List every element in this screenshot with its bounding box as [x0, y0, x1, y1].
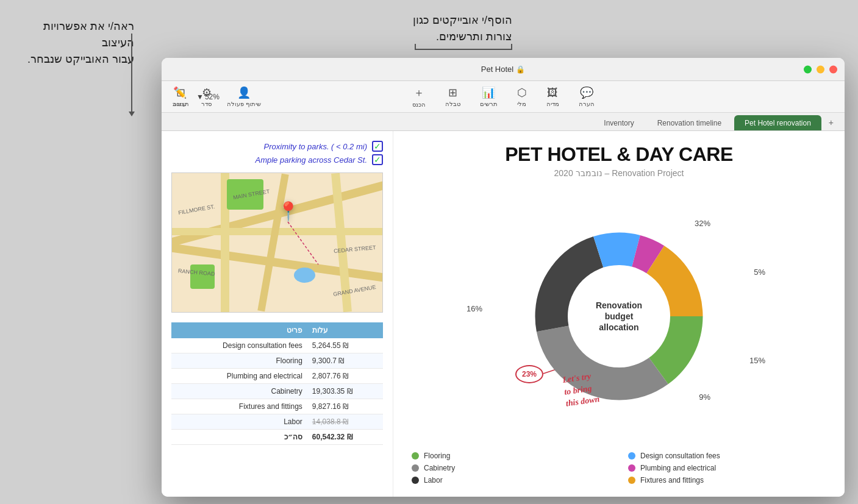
table-cell-value: ₪ 9,300.7: [307, 353, 383, 369]
checklist-item-1: Ample parking across Cedar St. ✓: [171, 154, 383, 165]
table-cell-item: Labor: [171, 414, 307, 430]
chart-icon: 📊: [482, 86, 495, 99]
table-total-label: סה״כ: [171, 430, 307, 445]
legend-item: Cabinetry: [412, 464, 610, 472]
media-icon: 🖼: [547, 87, 558, 99]
checkbox-0[interactable]: ✓: [372, 141, 383, 152]
toolbar-btn-insert[interactable]: ＋ הכנס: [407, 83, 431, 110]
table-row: Fixtures and fittings₪ 9,827.16: [171, 399, 383, 414]
shape-icon: ⬡: [517, 86, 527, 99]
legend-dot: [628, 452, 635, 460]
legend-item: Plumbing and electrical: [628, 464, 826, 472]
tl-green[interactable]: [804, 65, 812, 73]
table-cell-item: Cabinetry: [171, 384, 307, 399]
legend-item: Labor: [412, 476, 610, 484]
legend: FlooringDesign consultation feesCabinetr…: [412, 452, 826, 484]
annotation-left-arrow: [129, 112, 135, 116]
annotation-left: ראה/י את אפשרויות העיצוב עבור האובייקט ש…: [12, 18, 134, 68]
chart-subtitle: Renovation Project – נובמבר 2020: [412, 168, 826, 178]
annotation-left-line: [131, 34, 132, 113]
tab-inventory[interactable]: Inventory: [593, 115, 644, 130]
tab-add-button[interactable]: +: [824, 115, 838, 130]
table-row: Labor₪ 14,038.8: [171, 414, 383, 430]
checklist-item-0: Proximity to parks. ( < 0.2 mi) ✓: [171, 141, 383, 152]
pct-15: 15%: [749, 356, 765, 365]
table-cell-item: Plumbing and electrical: [171, 369, 307, 384]
chart-title: PET HOTEL & DAY CARE: [412, 143, 826, 166]
donut-center-label: Renovation budgetallocation: [582, 299, 656, 333]
tabsbar: Inventory Renovation timeline Pet Hotel …: [162, 113, 845, 131]
table-row: Design consultation fees₪ 5,264.55: [171, 338, 383, 353]
map-dashed-line: [172, 173, 382, 312]
table-cell-value: ₪ 19,303.35: [307, 384, 383, 399]
toolbar: ✏️ עיצוב ⚙ סדר ＋ הכנס ⊞ טבלה 📊 תרשים ⬡: [162, 81, 845, 113]
tl-yellow[interactable]: [817, 65, 824, 73]
map-pin: 📍: [277, 201, 299, 222]
collab-icon: 👤: [237, 86, 251, 99]
hw-annotation: Let's tryto bringthis down: [562, 369, 600, 410]
legend-item: Design consultation fees: [628, 452, 826, 460]
titlebar: Pet Hotel 🔒: [162, 58, 845, 81]
pct-5: 5%: [754, 268, 765, 277]
toolbar-center: ＋ הכנס ⊞ טבלה 📊 תרשים ⬡ מלי 🖼 מדיה 💬 הע: [407, 83, 599, 110]
toolbar-btn-shape[interactable]: ⬡ מלי: [512, 83, 532, 110]
table-row: Cabinetry₪ 19,303.35: [171, 384, 383, 399]
svg-line-0: [288, 222, 318, 264]
table-cell-item: Fixtures and fittings: [171, 399, 307, 414]
toolbar-btn-media[interactable]: 🖼 מדיה: [542, 84, 564, 110]
right-panel: PET HOTEL & DAY CARE Renovation Project …: [393, 131, 845, 497]
window-title: Pet Hotel 🔒: [481, 65, 525, 74]
toolbar-btn-table[interactable]: ⊞ טבלה: [440, 83, 465, 110]
legend-dot: [412, 452, 419, 460]
table-header-item: פריט: [171, 322, 307, 338]
legend-label: Labor: [424, 476, 443, 484]
tab-pet-hotel[interactable]: Pet Hotel renovation: [734, 115, 821, 130]
table-header-value: עלות: [307, 322, 383, 338]
toolbar-btn-collab[interactable]: 👤 שיתוף פעולה: [222, 83, 266, 110]
map-area: FILLMORE ST. MAIN STREET CEDAR STREET RA…: [171, 172, 383, 313]
comment-icon: 💬: [580, 86, 593, 99]
order-icon: ⚙: [202, 86, 212, 99]
app-window: Pet Hotel 🔒 ✏️ עיצוב ⚙ סדר ＋ הכנס: [162, 58, 845, 497]
annotation-top: הוסף/י אובייקטים כגון צורות ותרשימים.: [354, 12, 512, 45]
insert-icon: ＋: [413, 85, 424, 100]
toolbar-btn-chart[interactable]: 📊 תרשים: [475, 83, 502, 110]
legend-label: Plumbing and electrical: [640, 464, 716, 472]
toolbar-right: ✏️ עיצוב ⚙ סדר: [168, 83, 216, 110]
table-cell-value: ₪ 14,038.8: [307, 414, 383, 430]
toolbar-btn-format[interactable]: ✏️ עיצוב: [168, 83, 191, 110]
table-total-value: ₪ 60,542.32: [307, 430, 383, 445]
table-cell-item: Flooring: [171, 353, 307, 369]
legend-dot: [412, 464, 419, 472]
legend-dot: [628, 464, 635, 472]
toolbar-btn-comment[interactable]: 💬 הערה: [574, 83, 599, 110]
checkbox-1[interactable]: ✓: [372, 154, 383, 165]
tab-renovation-timeline[interactable]: Renovation timeline: [647, 115, 732, 130]
legend-label: Fixtures and fittings: [640, 476, 704, 484]
toolbar-btn-order[interactable]: ⚙ סדר: [196, 83, 216, 110]
donut-section: 32% 5% 15% 9% 16% 23%: [412, 190, 826, 442]
left-panel: Proximity to parks. ( < 0.2 mi) ✓ Ample …: [162, 131, 393, 497]
table-row: Flooring₪ 9,300.7: [171, 353, 383, 369]
legend-label: Cabinetry: [424, 464, 455, 472]
format-icon: ✏️: [173, 86, 187, 99]
lock-icon: 🔒: [516, 65, 525, 74]
legend-dot: [412, 477, 419, 484]
table-row: Plumbing and electrical₪ 2,807.76: [171, 369, 383, 384]
pct-16: 16%: [467, 304, 482, 313]
legend-dot: [628, 477, 635, 484]
tl-red[interactable]: [829, 65, 837, 73]
donut-wrapper: 32% 5% 15% 9% 16% 23%: [467, 219, 771, 414]
legend-item: Flooring: [412, 452, 610, 460]
data-table: פריט עלות Design consultation fees₪ 5,26…: [171, 322, 383, 445]
checklist: Proximity to parks. ( < 0.2 mi) ✓ Ample …: [171, 141, 383, 165]
bracket-line: [415, 49, 512, 50]
table-cell-value: ₪ 9,827.16: [307, 399, 383, 414]
table-icon: ⊞: [448, 86, 457, 99]
table-cell-item: Design consultation fees: [171, 338, 307, 353]
donut-chart: Renovation budgetallocation: [521, 219, 717, 414]
legend-label: Design consultation fees: [640, 452, 720, 460]
table-cell-value: ₪ 2,807.76: [307, 369, 383, 384]
traffic-lights: [804, 65, 837, 73]
content-area: Proximity to parks. ( < 0.2 mi) ✓ Ample …: [162, 131, 845, 497]
